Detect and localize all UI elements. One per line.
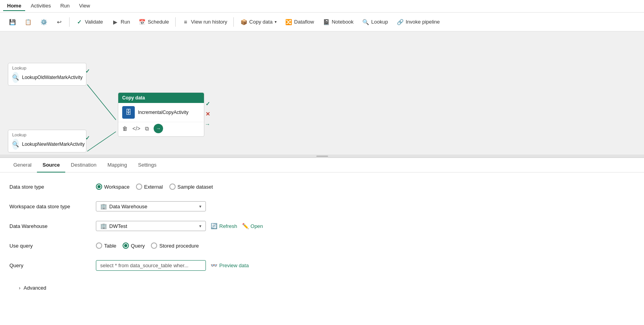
data-warehouse-value: DWTest <box>109 223 127 229</box>
refresh-icon: 🔄 <box>211 223 217 229</box>
notebook-label: Notebook <box>332 19 354 25</box>
save-button[interactable]: 💾 <box>5 17 20 28</box>
node-lookup2-body: 🔍 LookupNewWaterMarkActivity <box>12 139 82 150</box>
radio-workspace[interactable]: Workspace <box>96 184 130 190</box>
run-button[interactable]: ▶ Run <box>108 17 134 28</box>
advanced-row[interactable]: › Advanced <box>9 279 635 297</box>
schedule-button[interactable]: 📅 Schedule <box>135 17 173 28</box>
workspace-data-store-type-inner: 🏢 Data Warehouse <box>100 203 147 209</box>
tab-source[interactable]: Source <box>37 158 65 173</box>
data-store-type-row: Data store type Workspace External <box>9 180 635 193</box>
validate-button[interactable]: ✓ Validate <box>72 17 107 28</box>
data-warehouse-icon: 🏢 <box>100 223 107 229</box>
lookup-label: Lookup <box>371 19 388 25</box>
invoke-pipeline-label: Invoke pipeline <box>406 19 440 25</box>
node-copy-icon[interactable]: ⧉ <box>145 125 149 132</box>
lookup-icon: 🔍 <box>362 18 369 26</box>
menu-item-run[interactable]: Run <box>56 1 73 11</box>
preview-data-label: Preview data <box>219 263 249 268</box>
use-query-label: Use query <box>9 243 96 249</box>
query-row: Query 👓 Preview data <box>9 259 635 272</box>
validate-icon: ✓ <box>76 18 83 26</box>
radio-external[interactable]: External <box>136 184 163 190</box>
schedule-label: Schedule <box>148 19 169 25</box>
menu-item-view[interactable]: View <box>75 1 94 11</box>
radio-table-outer <box>96 242 102 249</box>
run-label: Run <box>121 19 130 25</box>
workspace-data-store-type-chevron: ▾ <box>199 204 202 209</box>
radio-external-outer <box>136 184 142 190</box>
data-store-type-control: Workspace External Sample dataset <box>96 184 635 190</box>
invoke-pipeline-button[interactable]: 🔗 Invoke pipeline <box>393 17 444 28</box>
node-lookup2[interactable]: Lookup 🔍 LookupNewWaterMarkActivity ✓ <box>8 130 86 152</box>
radio-table-label: Table <box>104 243 116 249</box>
undo-button[interactable]: ↩ <box>52 17 67 28</box>
refresh-label: Refresh <box>219 223 237 229</box>
open-icon: ✏️ <box>242 223 249 229</box>
radio-external-label: External <box>144 184 163 190</box>
workspace-data-store-type-control: 🏢 Data Warehouse ▾ <box>96 201 635 211</box>
connector-svg <box>0 31 644 157</box>
save-as-icon: 📋 <box>24 18 31 26</box>
menu-bar: Home Activities Run View <box>0 0 644 13</box>
radio-query[interactable]: Query <box>123 242 145 249</box>
lookup-button[interactable]: 🔍 Lookup <box>358 17 392 28</box>
workspace-data-store-type-value: Data Warehouse <box>109 204 147 209</box>
toolbar: 💾 📋 ⚙️ ↩ ✓ Validate ▶ Run 📅 Schedule ≡ V… <box>0 13 644 31</box>
node-lookup2-check: ✓ <box>85 135 90 141</box>
node-lookup1-label: LookupOldWaterMarkActivity <box>22 75 83 80</box>
tab-mapping[interactable]: Mapping <box>102 158 132 173</box>
node-delete-icon[interactable]: 🗑 <box>122 125 128 132</box>
svg-line-0 <box>87 84 116 120</box>
radio-sample-dataset[interactable]: Sample dataset <box>169 184 213 190</box>
workspace-data-store-type-dropdown[interactable]: 🏢 Data Warehouse ▾ <box>96 201 206 211</box>
copy-data-button[interactable]: 📦 Copy data ▾ <box>236 17 280 28</box>
undo-icon: ↩ <box>56 18 63 26</box>
gear-icon: ⚙️ <box>40 18 47 26</box>
data-warehouse-dropdown[interactable]: 🏢 DWTest ▾ <box>96 221 206 231</box>
view-run-history-button[interactable]: ≡ View run history <box>178 17 231 28</box>
preview-data-button[interactable]: 👓 Preview data <box>211 262 249 268</box>
node-code-icon[interactable]: </> <box>132 125 140 132</box>
advanced-arrow-icon: › <box>19 285 20 291</box>
radio-stored-proc[interactable]: Stored procedure <box>151 242 198 249</box>
dataflow-button[interactable]: 🔀 Dataflow <box>281 17 318 28</box>
copydata-check: ✓ <box>205 101 210 107</box>
data-warehouse-control: 🏢 DWTest ▾ 🔄 Refresh ✏️ Open <box>96 221 635 231</box>
tab-destination[interactable]: Destination <box>65 158 102 173</box>
schedule-icon: 📅 <box>139 18 146 26</box>
open-button[interactable]: ✏️ Open <box>242 223 263 229</box>
resize-dot <box>316 156 328 157</box>
copy-data-chevron: ▾ <box>275 20 277 24</box>
node-next-icon[interactable]: → <box>154 124 163 133</box>
data-store-type-label: Data store type <box>9 184 96 190</box>
save-as-button[interactable]: 📋 <box>20 17 35 28</box>
query-input[interactable] <box>96 260 206 271</box>
node-lookup1-icon: 🔍 <box>12 72 19 83</box>
node-lookup1[interactable]: Lookup 🔍 LookupOldWaterMarkActivity ✓ <box>8 63 86 86</box>
menu-item-home[interactable]: Home <box>3 1 25 11</box>
data-warehouse-row: Data Warehouse 🏢 DWTest ▾ 🔄 Refresh ✏️ O… <box>9 220 635 232</box>
query-label: Query <box>9 263 96 268</box>
view-run-history-label: View run history <box>191 19 227 25</box>
history-icon: ≡ <box>182 18 189 26</box>
menu-item-activities[interactable]: Activities <box>27 1 55 11</box>
node-copydata[interactable]: Copy data 🗄 IncrementalCopyActivity 🗑 </… <box>118 92 204 137</box>
pipeline-canvas[interactable]: Lookup 🔍 LookupOldWaterMarkActivity ✓ Lo… <box>0 31 644 157</box>
radio-sample-dataset-label: Sample dataset <box>178 184 213 190</box>
notebook-button[interactable]: 📓 Notebook <box>319 17 358 28</box>
copydata-arrow: → <box>205 121 210 127</box>
workspace-data-store-type-row: Workspace data store type 🏢 Data Warehou… <box>9 200 635 213</box>
use-query-control: Table Query Stored procedure <box>96 242 635 249</box>
tab-general[interactable]: General <box>8 158 37 173</box>
bottom-panel: General Source Destination Mapping Setti… <box>0 157 644 325</box>
node-copydata-icon: 🗄 <box>122 106 135 119</box>
resize-handle[interactable] <box>0 155 644 157</box>
radio-query-label: Query <box>131 243 145 249</box>
settings-button[interactable]: ⚙️ <box>36 17 51 28</box>
node-lookup1-body: 🔍 LookupOldWaterMarkActivity <box>12 72 82 83</box>
tab-settings[interactable]: Settings <box>132 158 162 173</box>
refresh-button[interactable]: 🔄 Refresh <box>211 223 237 229</box>
radio-workspace-inner <box>97 185 101 188</box>
radio-table[interactable]: Table <box>96 242 116 249</box>
